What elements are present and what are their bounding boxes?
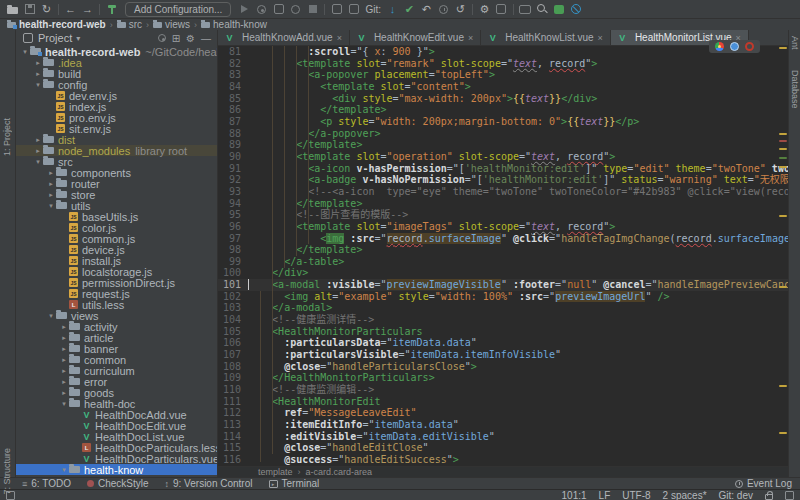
error-stripe-mark[interactable] xyxy=(779,47,787,49)
tree-item-error[interactable]: ▸error xyxy=(16,376,217,387)
code-line-87[interactable]: 87 <p style="width: 200px;margin-bottom:… xyxy=(218,116,788,128)
chevron-down-icon[interactable]: ▾ xyxy=(59,466,69,474)
chevron-down-icon[interactable]: ▾ xyxy=(76,34,80,43)
tree-item-HealthDocParticulars.vue[interactable]: VHealthDocParticulars.vue xyxy=(16,453,217,464)
save-icon[interactable] xyxy=(21,2,38,17)
hide-panel-icon[interactable]: — xyxy=(201,33,211,44)
code-line-92[interactable]: 92 <a-badge v-hasNoPermission="['healthM… xyxy=(218,174,788,186)
tree-item-goods[interactable]: ▸goods xyxy=(16,387,217,398)
debug-icon[interactable] xyxy=(253,2,270,17)
code-line-96[interactable]: 96 <template slot="imageTags" slot-scope… xyxy=(218,221,788,233)
code-line-104[interactable]: 104 <!--健康监测详情--> xyxy=(218,314,788,326)
error-stripe-mark[interactable] xyxy=(779,140,787,142)
chevron-right-icon[interactable]: ▸ xyxy=(33,59,43,67)
code-line-107[interactable]: 107 :particularsVisible="itemData.itemIn… xyxy=(218,349,788,361)
breadcrumb-item[interactable]: views xyxy=(153,19,190,30)
tree-item-utils[interactable]: ▾utils xyxy=(16,200,217,211)
tool-stripe-database[interactable]: Database xyxy=(790,70,800,109)
stop-icon[interactable] xyxy=(304,2,321,17)
code-line-101[interactable]: 101 <a-modal :visible="previewImageVisib… xyxy=(218,279,788,291)
back-icon[interactable]: ← xyxy=(62,2,79,17)
toolwindow-button-event-log[interactable]: Event Log xyxy=(735,478,792,489)
code-line-106[interactable]: 106 :particularsData="itemData.data" xyxy=(218,337,788,349)
breadcrumb-tag[interactable]: a-card.card-area xyxy=(306,467,373,477)
git-commit-icon[interactable]: ✔ xyxy=(401,2,418,17)
tree-item-views[interactable]: ▾views xyxy=(16,310,217,321)
chevron-down-icon[interactable]: ▾ xyxy=(59,400,69,408)
chevron-right-icon[interactable]: ▸ xyxy=(59,334,69,342)
code-area[interactable]: 81 :scroll="{ x: 900 }">82 <template slo… xyxy=(218,46,788,466)
code-line-111[interactable]: 111 <HealthMonitorEdit xyxy=(218,396,788,408)
tree-item-config[interactable]: ▾config xyxy=(16,79,217,90)
chevron-right-icon[interactable]: ▸ xyxy=(59,323,69,331)
sync-icon[interactable]: ↻ xyxy=(38,2,55,17)
wrench-icon[interactable]: ⚙ xyxy=(476,2,493,17)
tree-item-pro.env.js[interactable]: JSpro.env.js xyxy=(16,112,217,123)
open-icon[interactable] xyxy=(4,2,21,17)
tree-item-HealthDocList.vue[interactable]: VHealthDocList.vue xyxy=(16,431,217,442)
chevron-down-icon[interactable]: ▾ xyxy=(46,202,56,210)
status-item-UTF-8[interactable]: UTF-8 xyxy=(622,490,650,500)
error-stripe-mark[interactable] xyxy=(779,385,787,387)
breadcrumb-tag[interactable]: template xyxy=(258,467,293,477)
tree-item-HealthDocAdd.vue[interactable]: VHealthDocAdd.vue xyxy=(16,409,217,420)
history-icon[interactable] xyxy=(435,2,452,17)
chevron-right-icon[interactable]: ▸ xyxy=(59,345,69,353)
code-line-97[interactable]: 97 <img :src="record.surfaceImage" @clic… xyxy=(218,233,788,245)
code-line-81[interactable]: 81 :scroll="{ x: 900 }"> xyxy=(218,46,788,58)
tree-item-router[interactable]: ▸router xyxy=(16,178,217,189)
status-item-101:1[interactable]: 101:1 xyxy=(562,490,587,500)
status-item-LF[interactable]: LF xyxy=(599,490,611,500)
code-line-116[interactable]: 116 @success="handleEditSuccess"> xyxy=(218,454,788,466)
code-line-90[interactable]: 90 <template slot="operation" slot-scope… xyxy=(218,151,788,163)
tree-item-baseUtils.js[interactable]: JSbaseUtils.js xyxy=(16,211,217,222)
tree-item-permissionDirect.js[interactable]: JSpermissionDirect.js xyxy=(16,277,217,288)
unlocked-icon[interactable] xyxy=(765,494,773,500)
tree-item-localstorage.js[interactable]: JSlocalstorage.js xyxy=(16,266,217,277)
chevron-right-icon[interactable]: ▸ xyxy=(33,136,43,144)
code-line-85[interactable]: 85 <div style="max-width: 200px">{{text}… xyxy=(218,93,788,105)
code-line-84[interactable]: 84 <template slot="content"> xyxy=(218,81,788,93)
search-everywhere-icon[interactable] xyxy=(534,2,551,17)
tab-HealthKnowAdd.vue[interactable]: VHealthKnowAdd.vue× xyxy=(218,30,350,45)
error-stripe-mark[interactable] xyxy=(779,215,787,217)
code-line-98[interactable]: 98 </template> xyxy=(218,244,788,256)
code-line-99[interactable]: 99 </a-table> xyxy=(218,256,788,268)
chevron-down-icon[interactable]: ▾ xyxy=(33,81,43,89)
breadcrumb-item[interactable]: health-record-web xyxy=(7,19,106,30)
code-line-115[interactable]: 115 @close="handleEditClose" xyxy=(218,442,788,454)
forward-icon[interactable]: → xyxy=(79,2,96,17)
chevron-down-icon[interactable]: ▾ xyxy=(20,48,30,56)
breadcrumb-item[interactable]: health-know xyxy=(201,19,267,30)
tree-item-sit.env.js[interactable]: JSsit.env.js xyxy=(16,123,217,134)
indicator-icon[interactable] xyxy=(785,491,794,500)
code-line-86[interactable]: 86 </template> xyxy=(218,104,788,116)
tool-stripe-structure[interactable]: 7: Structure xyxy=(2,448,12,495)
code-line-102[interactable]: 102 <img alt="example" style="width: 100… xyxy=(218,291,788,303)
code-line-105[interactable]: 105 <HealthMonitorParticulars xyxy=(218,326,788,338)
locate-file-icon[interactable] xyxy=(158,34,166,42)
toolwindow-button-Terminal[interactable]: ▸Terminal xyxy=(269,478,320,489)
code-line-110[interactable]: 110 <!--健康监测编辑--> xyxy=(218,384,788,396)
undo-icon[interactable]: ↺ xyxy=(452,2,469,17)
code-line-108[interactable]: 108 @close="handleParticularsClose"> xyxy=(218,361,788,373)
tree-item-HealthDocParticulars.less[interactable]: LHealthDocParticulars.less xyxy=(16,442,217,453)
close-icon[interactable]: × xyxy=(337,33,342,43)
terminal-window-icon[interactable] xyxy=(517,2,534,17)
tree-item-color.js[interactable]: JScolor.js xyxy=(16,222,217,233)
green-card-icon[interactable] xyxy=(551,2,568,17)
code-line-89[interactable]: 89 </template> xyxy=(218,139,788,151)
run-icon[interactable] xyxy=(236,2,253,17)
code-line-83[interactable]: 83 <a-popover placement="topLeft"> xyxy=(218,69,788,81)
tree-item-install.js[interactable]: JSinstall.js xyxy=(16,255,217,266)
tree-item-index.js[interactable]: JSindex.js xyxy=(16,101,217,112)
tree-item-health-know[interactable]: ▾health-know xyxy=(16,464,217,475)
status-item-Git: dev[interactable]: Git: dev xyxy=(719,490,753,500)
code-line-113[interactable]: 113 :itemEditInfo="itemData.data" xyxy=(218,419,788,431)
close-icon[interactable]: × xyxy=(468,33,473,43)
tree-item-article[interactable]: ▸article xyxy=(16,332,217,343)
coverage-icon[interactable] xyxy=(270,2,287,17)
tree-item-build[interactable]: ▸build xyxy=(16,68,217,79)
code-line-114[interactable]: 114 :editVisible="itemData.editVisible" xyxy=(218,431,788,443)
breadcrumb-item[interactable]: src xyxy=(117,19,142,30)
